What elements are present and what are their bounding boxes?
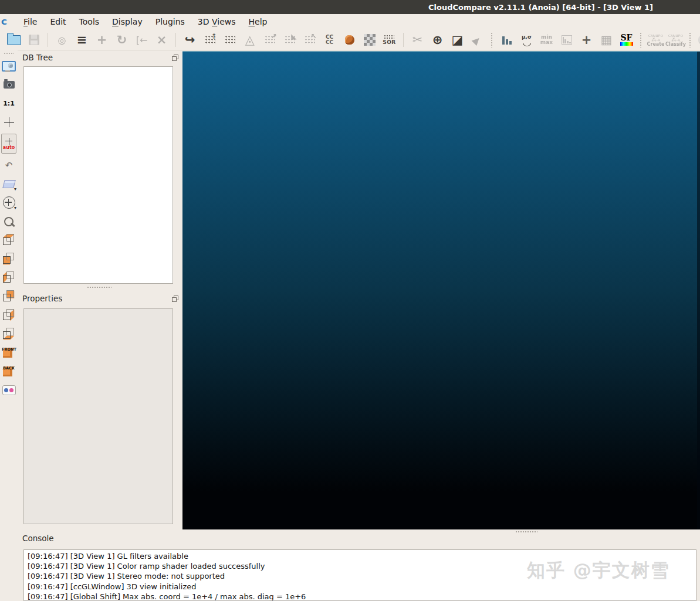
perspective-mode-icon[interactable]: ▾ [1, 176, 16, 191]
label-connected-components-icon[interactable]: CC CC [321, 32, 338, 49]
clone-icon[interactable]: ↻ [113, 32, 130, 49]
toolbar-separator [640, 32, 642, 47]
3d-viewport[interactable] [182, 51, 700, 529]
point-picking-icon[interactable]: ◎ [53, 32, 70, 49]
icp-registration-icon[interactable] [341, 32, 358, 49]
properties-title: Properties [22, 294, 62, 303]
merge-icon[interactable]: [← [133, 32, 150, 49]
sf-calculator-icon[interactable]: ▦ [598, 32, 615, 49]
cloud-cloud-distance-icon[interactable]: ↗ [261, 32, 278, 49]
render-to-file-checker-icon[interactable] [361, 32, 378, 49]
cross-section-icon[interactable]: ◪ [449, 32, 466, 49]
show-histogram-icon[interactable] [498, 32, 515, 49]
menu-display[interactable]: Display [112, 17, 143, 26]
fine-registration-icon[interactable]: ↪ [181, 32, 198, 49]
point-pair-align-icon[interactable]: ▲ [469, 32, 486, 49]
db-tree-panel[interactable] [23, 66, 173, 284]
zoom-1-1-icon[interactable]: 1:1 [1, 96, 16, 111]
translate-rotate-icon[interactable]: ⊕ [429, 32, 446, 49]
compute-stat-params-icon[interactable]: µ,σ◡ [518, 32, 535, 49]
statistical-test-icon[interactable]: ↖ [301, 32, 318, 49]
save-icon[interactable] [25, 32, 42, 49]
console-line: [09:16:47] [Global Shift] Max abs. coord… [28, 592, 696, 601]
console-title: Console [22, 534, 54, 543]
sf-min-max-icon[interactable]: min max [538, 32, 555, 49]
window-title: CloudCompare v2.11.1 (Anoia) [64-bit] - … [428, 3, 653, 12]
menu-help[interactable]: Help [249, 17, 268, 26]
canupo-create-icon[interactable]: CANUPO⁂→Create [647, 32, 664, 49]
float-panel-icon[interactable] [172, 296, 178, 302]
properties-header: Properties [22, 293, 178, 304]
align-icon[interactable]: ↑ [201, 32, 218, 49]
menu-plugins[interactable]: Plugins [155, 17, 185, 26]
toolbar-separator [491, 32, 493, 47]
stereo-mode-icon[interactable] [1, 383, 16, 398]
console-panel[interactable]: [09:16:47] [3D View 1] GL filters availa… [23, 549, 696, 601]
menu-3d-views[interactable]: 3D Views [198, 17, 236, 26]
cloud-mesh-distance-icon[interactable]: ◣ [281, 32, 298, 49]
sf-gaussian-filter-icon[interactable] [558, 32, 575, 49]
console-line: [09:16:47] [3D View 1] Color ramp shader… [28, 561, 696, 571]
db-tree-title: DB Tree [22, 53, 53, 62]
view-toolbar: 1:1auto↶▾▾FRONTBACK [0, 50, 18, 601]
zoom-fit-icon[interactable] [1, 214, 16, 229]
sf-arithmetic-icon[interactable]: + [578, 32, 595, 49]
display-settings-icon[interactable] [1, 59, 16, 73]
toolbar-separator [48, 33, 48, 47]
console-line: [09:16:47] [ccGLWindow] 3D view initiali… [28, 582, 696, 592]
mesh-sampling-icon[interactable]: ◬ [241, 32, 258, 49]
subsample-icon[interactable] [221, 32, 238, 49]
iso-back-view-icon[interactable]: BACK [1, 364, 16, 379]
menu-tools[interactable]: Tools [79, 17, 100, 26]
properties-list-icon[interactable]: ≡ [73, 32, 90, 49]
console-line: [09:16:47] [3D View 1] GL filters availa… [28, 551, 696, 561]
properties-panel [23, 308, 173, 524]
db-tree-header: DB Tree [22, 52, 178, 63]
back-view-icon[interactable] [1, 289, 16, 304]
pick-rotation-center-icon[interactable] [1, 115, 16, 130]
interaction-mode-icon[interactable]: ▾ [1, 195, 16, 210]
right-view-icon[interactable] [1, 308, 16, 322]
menu-edit[interactable]: Edit [50, 17, 66, 26]
open-icon[interactable] [5, 32, 22, 49]
pivot-visibility-icon[interactable]: ↶ [1, 158, 16, 172]
canupo-classify-icon[interactable]: CANUPO⁂→Classify [667, 32, 684, 49]
menu-items: FileEditToolsDisplayPlugins3D ViewsHelp [23, 17, 267, 26]
title-bar: CloudCompare v2.11.1 (Anoia) [64-bit] - … [0, 0, 700, 14]
toolbar-separator [175, 33, 176, 47]
delete-icon[interactable]: × [153, 32, 170, 49]
toolbar-separator [689, 32, 692, 47]
float-panel-icon[interactable] [172, 55, 178, 61]
view-splitter[interactable] [515, 531, 537, 534]
auto-pick-rotation-center-icon[interactable]: auto [1, 134, 16, 154]
console-line: [09:16:47] [3D View 1] Stereo mode: not … [28, 571, 696, 581]
kd-tree-icon[interactable]: Kd [696, 32, 700, 49]
view-toolbar-grip[interactable] [4, 52, 14, 55]
bottom-view-icon[interactable] [1, 327, 16, 341]
iso-front-view-icon[interactable]: FRONT [1, 345, 16, 360]
sor-filter-icon[interactable]: SOR [381, 32, 398, 49]
screenshot-icon[interactable] [1, 77, 16, 92]
menu-bar: C FileEditToolsDisplayPlugins3D ViewsHel… [0, 14, 700, 29]
toolbar-separator [403, 33, 404, 47]
main-toolbar: ◎≡+↻[←×↪↑◬↗◣↖CC CCSOR✂⊕◪▲µ,σ◡min max+▦SF… [0, 29, 700, 51]
menu-file[interactable]: File [23, 17, 37, 26]
sf-color-scale-icon[interactable]: SF [618, 32, 635, 49]
front-view-icon[interactable] [1, 252, 16, 266]
left-view-icon[interactable] [1, 270, 16, 285]
cloudcompare-logo-icon: C [1, 17, 11, 26]
apply-transformation-icon[interactable]: + [93, 32, 110, 49]
top-view-icon[interactable] [1, 233, 16, 247]
segment-icon[interactable]: ✂ [409, 32, 426, 49]
panel-splitter[interactable] [87, 286, 111, 289]
